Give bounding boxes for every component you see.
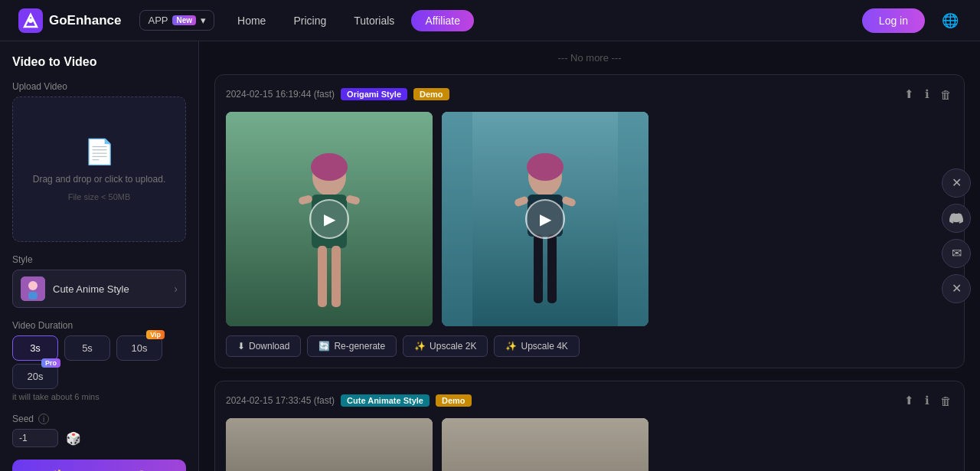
download-icon: ⬇ <box>237 341 245 352</box>
video-card-2: 2024-02-15 17:33:45 (fast) Cute Animate … <box>214 381 965 471</box>
sidebar-title: Video to Video <box>12 55 186 69</box>
duration-3s-button[interactable]: 3s <box>12 335 58 361</box>
upload-size-text: File size < 50MB <box>68 192 131 201</box>
card-2-share-button[interactable]: ⬆ <box>903 392 916 409</box>
content-area: --- No more --- 2024-02-15 16:19:44 (fas… <box>199 41 980 471</box>
logo-text: GoEnhance <box>49 13 121 28</box>
download-button[interactable]: ⬇ Download <box>226 335 301 357</box>
card-2-actions-right: ⬆ ℹ 🗑 <box>903 392 953 409</box>
card-2-info-button[interactable]: ℹ <box>923 392 931 409</box>
vip-badge: Vip <box>146 330 165 339</box>
regenerate-button[interactable]: 🔄 Re-generate <box>307 335 397 357</box>
card-2-transformed-play-overlay: ▶ <box>442 418 648 471</box>
style-selector[interactable]: Cute Anime Style › <box>12 270 186 308</box>
card-1-header: 2024-02-15 16:19:44 (fast) Origami Style… <box>226 86 953 103</box>
card-2-original-play-overlay: ▶ <box>226 418 433 471</box>
seed-input[interactable] <box>12 429 58 447</box>
video-card-1: 2024-02-15 16:19:44 (fast) Origami Style… <box>214 74 965 368</box>
style-section: Style Cute Anime Style › <box>12 254 186 308</box>
fab-column: ✕ ✉ ✕ <box>942 168 971 303</box>
sidebar: Video to Video Upload Video 📄 Drag and d… <box>0 41 199 471</box>
card-2-demo-tag: Demo <box>436 394 472 407</box>
fab-close-1[interactable]: ✕ <box>942 168 971 198</box>
card-1-actions-right: ⬆ ℹ 🗑 <box>903 86 953 103</box>
duration-buttons: 3s 5s 10s Vip <box>12 335 186 361</box>
pro-badge: Pro <box>41 358 60 368</box>
card-1-style-tag: Origami Style <box>341 88 407 100</box>
duration-20s-button[interactable]: 20s Pro <box>12 364 58 389</box>
duration-label: Video Duration <box>12 320 186 331</box>
upscale-2k-icon: ✨ <box>414 341 426 352</box>
style-thumbnail <box>21 276 45 301</box>
new-badge: New <box>172 15 196 25</box>
play-icon: ▶ <box>309 199 349 239</box>
fab-discord-button[interactable] <box>942 204 971 233</box>
card-2-original-video[interactable]: ▶ <box>226 418 433 471</box>
chevron-down-icon: ▾ <box>201 15 206 26</box>
style-label: Style <box>12 254 186 265</box>
pricing-nav-link[interactable]: Pricing <box>283 10 337 31</box>
app-nav-label: APP <box>148 15 168 26</box>
seed-label: Seed <box>12 414 34 424</box>
card-1-delete-button[interactable]: 🗑 <box>939 87 953 103</box>
play-icon: ▶ <box>525 199 565 239</box>
chevron-right-icon: › <box>174 283 178 295</box>
seed-section: Seed i 🎲 <box>12 414 186 447</box>
card-1-transformed-play-overlay: ▶ <box>442 112 648 326</box>
card-2-videos-row: ▶ ▶ <box>226 418 953 471</box>
card-1-info-button[interactable]: ℹ <box>923 86 931 103</box>
card-1-original-play-overlay: ▶ <box>226 112 433 326</box>
fab-mail-button[interactable]: ✉ <box>942 239 971 268</box>
regenerate-label: Re-generate <box>334 341 385 352</box>
tutorials-nav-link[interactable]: Tutorials <box>343 10 405 31</box>
svg-point-2 <box>28 18 33 23</box>
home-nav-link[interactable]: Home <box>227 10 276 31</box>
upscale-4k-label: Upscale 4K <box>521 341 567 352</box>
seed-info-icon[interactable]: i <box>38 414 49 424</box>
svg-rect-5 <box>28 292 38 299</box>
app-nav-button[interactable]: APP New ▾ <box>139 10 214 31</box>
card-2-delete-button[interactable]: 🗑 <box>939 393 953 409</box>
fab-close-2[interactable]: ✕ <box>942 274 971 303</box>
upload-icon: 📄 <box>84 137 115 166</box>
download-label: Download <box>249 341 289 352</box>
generate-button[interactable]: 🪄 Generate (15 🪙) <box>12 460 186 471</box>
style-name: Cute Anime Style <box>53 283 166 295</box>
upscale-2k-label: Upscale 2K <box>430 341 476 352</box>
duration-5s-button[interactable]: 5s <box>64 335 110 361</box>
random-seed-button[interactable]: 🎲 <box>64 430 83 447</box>
upload-label: Upload Video <box>12 81 186 92</box>
affiliate-nav-link[interactable]: Affiliate <box>411 10 474 31</box>
upscale-4k-icon: ✨ <box>505 341 517 352</box>
svg-point-4 <box>28 281 38 290</box>
no-more-text: --- No more --- <box>214 41 965 74</box>
logo: GoEnhance <box>18 8 121 33</box>
duration-buttons-row2: 20s Pro <box>12 364 186 389</box>
navbar: GoEnhance APP New ▾ Home Pricing Tutoria… <box>0 0 980 41</box>
upload-section: Upload Video 📄 Drag and drop or click to… <box>12 81 186 242</box>
language-button[interactable]: 🌐 <box>939 9 962 32</box>
card-2-header: 2024-02-15 17:33:45 (fast) Cute Animate … <box>226 392 953 409</box>
regenerate-icon: 🔄 <box>318 341 330 352</box>
duration-section: Video Duration 3s 5s 10s Vip 20s Pro it … <box>12 320 186 401</box>
card-2-style-tag: Cute Animate Style <box>341 394 430 407</box>
card-2-timestamp: 2024-02-15 17:33:45 (fast) <box>226 395 335 406</box>
card-1-share-button[interactable]: ⬆ <box>903 86 916 103</box>
card-1-timestamp: 2024-02-15 16:19:44 (fast) <box>226 89 335 100</box>
upscale-4k-button[interactable]: ✨ Upscale 4K <box>494 335 579 357</box>
main-layout: Video to Video Upload Video 📄 Drag and d… <box>0 41 980 471</box>
time-estimate: it will take about 6 mins <box>12 392 186 401</box>
login-button[interactable]: Log in <box>862 8 925 33</box>
card-1-transformed-video[interactable]: ▶ <box>442 112 648 326</box>
upscale-2k-button[interactable]: ✨ Upscale 2K <box>403 335 488 357</box>
card-1-demo-tag: Demo <box>413 88 449 100</box>
card-2-transformed-video[interactable]: ▶ <box>442 418 648 471</box>
upload-drag-text: Drag and drop or click to upload. <box>33 172 165 186</box>
card-1-videos-row: ▶ <box>226 112 953 326</box>
card-1-original-video[interactable]: ▶ <box>226 112 433 326</box>
card-1-action-buttons: ⬇ Download 🔄 Re-generate ✨ Upscale 2K ✨ … <box>226 335 953 357</box>
logo-icon <box>18 8 43 33</box>
upload-area[interactable]: 📄 Drag and drop or click to upload. File… <box>12 96 186 242</box>
duration-10s-button[interactable]: 10s Vip <box>116 335 162 361</box>
